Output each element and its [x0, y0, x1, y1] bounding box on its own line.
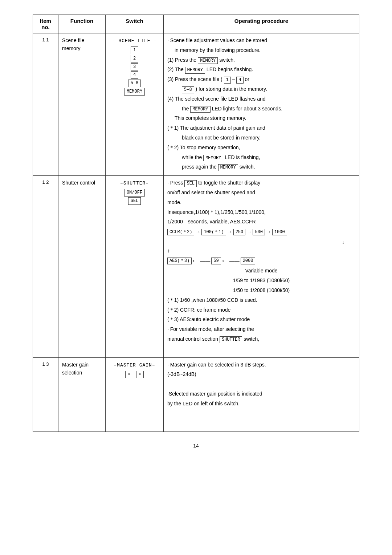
operating-scene-file: · Scene file adjustment values can be st… [164, 33, 359, 176]
op-sf-13: while the MEMORY LED is flashing, [167, 153, 355, 162]
op-sh-note1: (＊1) 1/60 ,when 1080i/50 CCD is used. [167, 296, 355, 305]
switch-sel: SEL [128, 197, 141, 205]
op-sh-1: · Press SEL to toggle the shutter displa… [167, 179, 355, 187]
inline-1: 1 [224, 77, 231, 84]
op-sh-2008: 1/50 to 1/2008 (1080i/50) [167, 286, 355, 295]
switch-3: 3 [131, 63, 138, 71]
op-sh-note3: (＊3) AES:auto electric shutter mode [167, 315, 355, 324]
inline-sel: SEL [184, 180, 197, 187]
inline-ccfr: CCFR(＊2) [167, 229, 194, 236]
page-container: Itemno. Function Switch Operating proced… [33, 15, 359, 449]
op-mg-2: (-3dB~24dB) [167, 370, 355, 379]
op-sh-note4: · For variable mode, after selecting the [167, 325, 355, 334]
op-mg-spacer [167, 380, 355, 389]
inline-memory-2: MEMORY [185, 67, 205, 74]
operating-shutter: · Press SEL to toggle the shutter displa… [164, 176, 359, 357]
down-arrow-symbol: ↓ [342, 238, 344, 247]
inline-250: 250 [233, 229, 246, 236]
op-sf-5: (3) Press the scene file ( 1 – 4 or [167, 75, 355, 84]
table-row: 1 1 Scene filememory – SCENE FILE – 1 2 … [33, 33, 359, 176]
switch-master-gain: –MASTER GAIN– < > [106, 357, 164, 432]
op-sf-6: 5–8 ) for storing data in the memory. [167, 85, 355, 94]
op-sf-2: in memory by the following procedure. [167, 46, 355, 55]
arrow-left-1: ⟵—— [193, 257, 210, 266]
op-sf-10: (＊1) The adjustment data of paint gain a… [167, 124, 355, 133]
switch-master-gain-label: –MASTER GAIN– [114, 361, 155, 370]
down-arrow-row: ↓ [167, 238, 355, 247]
op-sf-4: (2) The MEMORY LED begins flashing. [167, 65, 355, 74]
header-function: Function [58, 15, 106, 33]
inline-500: 500 [253, 229, 265, 236]
header-operating: Operating procedure [164, 15, 359, 33]
header-switch: Switch [106, 15, 164, 33]
item-no-11: 1 1 [33, 33, 58, 176]
arrow-right-3: → [246, 228, 252, 236]
op-mg-4: by the LED on left of this switch. [167, 400, 355, 408]
page-number-text: 14 [193, 443, 199, 449]
op-sf-8: the MEMORY LED lights for about 3 second… [167, 105, 355, 113]
arrow-right-2: → [227, 228, 232, 236]
op-sf-3: (1) Press the MEMORY switch. [167, 56, 355, 65]
op-sh-note5: manual control section SHUTTER switch, [167, 335, 355, 344]
inline-shutter: SHUTTER [220, 336, 242, 343]
switch-memory: MEMORY [124, 88, 145, 96]
table-row: 1 2 Shutter control –SHUTTER– ON/OFF SEL… [33, 176, 359, 357]
op-sh-spacer [167, 345, 355, 353]
inline-59: 59 [211, 258, 221, 264]
switch-shutter-label: –SHUTTER– [120, 179, 149, 188]
arrow-left-2: ⟵—— [222, 257, 240, 266]
inline-aes: AES(＊3) [167, 258, 192, 264]
op-sh-4: Insequence,1/100(＊1),1/250,1/500,1/1000, [167, 208, 355, 217]
inline-memory-3: MEMORY [190, 106, 210, 113]
inline-1000: 1000 [272, 229, 287, 236]
table-row: 1 3 Master gainselection –MASTER GAIN– <… [33, 357, 359, 432]
inline-4: 4 [236, 77, 243, 84]
op-sf-9: This completes storing memory. [167, 114, 355, 123]
switch-5-8: 5–8 [128, 80, 141, 87]
op-mg-spacer3 [167, 419, 355, 428]
op-sf-7: (4) The selected scene file LED flashes … [167, 95, 355, 104]
item-no-12: 1 2 [33, 176, 58, 357]
op-sh-note2: (＊2) CCFR: cc frame mode [167, 306, 355, 315]
up-arrow-row: ↑ [167, 247, 355, 255]
op-sf-12: (＊2) To stop memory operation, [167, 143, 355, 152]
arrow-right-1: → [195, 228, 200, 236]
inline-memory-5: MEMORY [218, 164, 238, 171]
op-mg-spacer2 [167, 409, 355, 418]
op-sh-2: on/off and select the shutter speed and [167, 189, 355, 197]
inline-2000: 2000 [241, 258, 256, 264]
function-shutter: Shutter control [58, 176, 106, 357]
op-sh-variable-mode: Variable mode [167, 267, 355, 275]
arrow-row-1: CCFR(＊2) → 100(＊1) → 250 → 500 → 1000 [167, 228, 355, 236]
inline-memory-4: MEMORY [203, 155, 223, 162]
arrow-right-4: → [266, 228, 271, 236]
bottom-arrow-row: AES(＊3) ⟵—— 59 ⟵—— 2000 [167, 257, 355, 266]
page-number: 14 [33, 443, 359, 449]
function-scene-file: Scene filememory [58, 33, 106, 176]
inline-100: 100(＊1) [201, 229, 226, 236]
switch-4: 4 [131, 71, 138, 79]
op-sh-3: mode. [167, 198, 355, 207]
function-master-gain: Master gainselection [58, 357, 106, 432]
header-item: Itemno. [33, 15, 58, 33]
up-arrow-symbol: ↑ [167, 247, 170, 255]
op-mg-3: ·Selected master gain position is indica… [167, 390, 355, 398]
switch-scene-file: – SCENE FILE – 1 2 3 4 5–8 MEMORY [106, 33, 164, 176]
inline-memory-1: MEMORY [198, 57, 218, 64]
op-sf-14: press again the MEMORY switch. [167, 163, 355, 171]
switch-1: 1 [131, 46, 138, 54]
operating-master-gain: · Master gain can be selected in 3 dB st… [164, 357, 359, 432]
switch-scene-file-label: – SCENE FILE – [112, 36, 157, 46]
switch-left: < [125, 371, 133, 378]
op-sh-1983: 1/59 to 1/1983 (1080i/60) [167, 276, 355, 285]
op-sf-11: black can not be stored in memory, [167, 134, 355, 142]
switch-right: > [136, 371, 144, 378]
switch-shutter: –SHUTTER– ON/OFF SEL [106, 176, 164, 357]
main-table: Itemno. Function Switch Operating proced… [33, 15, 359, 432]
op-mg-1: · Master gain can be selected in 3 dB st… [167, 361, 355, 369]
op-sf-1: · Scene file adjustment values can be st… [167, 36, 355, 45]
switch-on-off: ON/OFF [124, 189, 145, 197]
switch-2: 2 [131, 55, 138, 62]
item-no-13: 1 3 [33, 357, 58, 432]
inline-5-8: 5–8 [182, 86, 194, 93]
